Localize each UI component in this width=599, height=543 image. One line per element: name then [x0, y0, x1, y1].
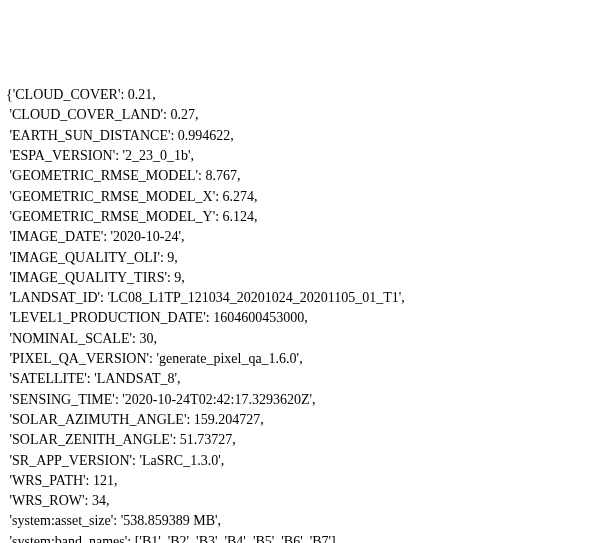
- dict-entry: 'SOLAR_ZENITH_ANGLE': 51.73727,: [6, 430, 593, 450]
- dict-entry: 'WRS_PATH': 121,: [6, 471, 593, 491]
- dict-entry: 'IMAGE_QUALITY_OLI': 9,: [6, 248, 593, 268]
- dict-entry: 'EARTH_SUN_DISTANCE': 0.994622,: [6, 126, 593, 146]
- dict-entry: 'system:asset_size': '538.859389 MB',: [6, 511, 593, 531]
- dict-entry: 'PIXEL_QA_VERSION': 'generate_pixel_qa_1…: [6, 349, 593, 369]
- dict-entry: 'IMAGE_QUALITY_TIRS': 9,: [6, 268, 593, 288]
- dict-entry: 'WRS_ROW': 34,: [6, 491, 593, 511]
- dict-entry: 'LANDSAT_ID': 'LC08_L1TP_121034_20201024…: [6, 288, 593, 308]
- dict-entry: 'SOLAR_AZIMUTH_ANGLE': 159.204727,: [6, 410, 593, 430]
- dict-entry: 'LEVEL1_PRODUCTION_DATE': 1604600453000,: [6, 308, 593, 328]
- dict-entry: 'system:band_names': ['B1', 'B2', 'B3', …: [6, 532, 593, 543]
- dict-entry: 'SENSING_TIME': '2020-10-24T02:42:17.329…: [6, 390, 593, 410]
- dict-entry: 'NOMINAL_SCALE': 30,: [6, 329, 593, 349]
- dict-entry: 'GEOMETRIC_RMSE_MODEL_X': 6.274,: [6, 187, 593, 207]
- dict-entry: {'CLOUD_COVER': 0.21,: [6, 85, 593, 105]
- dict-entry: 'SR_APP_VERSION': 'LaSRC_1.3.0',: [6, 451, 593, 471]
- dict-entry: 'GEOMETRIC_RMSE_MODEL': 8.767,: [6, 166, 593, 186]
- metadata-dict: {'CLOUD_COVER': 0.21, 'CLOUD_COVER_LAND'…: [6, 85, 593, 543]
- dict-entry: 'CLOUD_COVER_LAND': 0.27,: [6, 105, 593, 125]
- dict-entry: 'ESPA_VERSION': '2_23_0_1b',: [6, 146, 593, 166]
- dict-entry: 'SATELLITE': 'LANDSAT_8',: [6, 369, 593, 389]
- dict-entry: 'GEOMETRIC_RMSE_MODEL_Y': 6.124,: [6, 207, 593, 227]
- dict-entry: 'IMAGE_DATE': '2020-10-24',: [6, 227, 593, 247]
